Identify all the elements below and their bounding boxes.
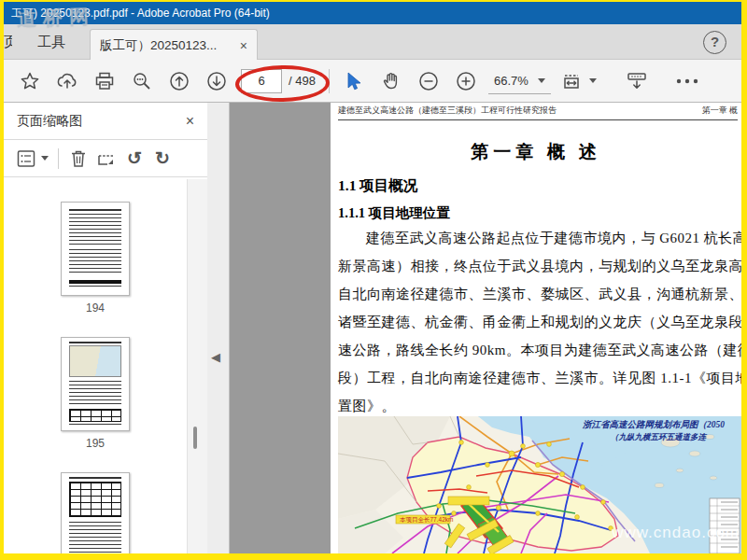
map-project-label: 本项目全长77.42km: [400, 516, 453, 523]
chevron-down-icon: [41, 156, 49, 161]
body-line: 段）工程，自北向南途径建德市、兰溪市。详见图 1.1-1《项目地理: [338, 370, 741, 387]
panel-title: 页面缩略图: [17, 113, 186, 130]
panel-collapse-strip: ◀: [207, 103, 230, 553]
running-header: 建德至武义高速公路（建德至三溪段）工程可行性研究报告 第一章 概: [338, 105, 738, 120]
minus-icon: [417, 70, 440, 92]
fit-width-dropdown[interactable]: [555, 63, 603, 100]
zoom-level-dropdown[interactable]: 66.7%: [488, 68, 551, 94]
tab-document[interactable]: 版工可）20250123... ×: [90, 29, 258, 61]
chevron-down-icon: [538, 78, 545, 83]
thumbnail-image: [61, 472, 130, 553]
thumbnail-page-number: 195: [61, 437, 130, 450]
insert-page-icon: [96, 148, 117, 169]
page-number-input[interactable]: [241, 69, 282, 93]
options-list-icon: [17, 149, 39, 168]
next-page-button[interactable]: [198, 63, 235, 100]
rotate-left-button[interactable]: ↺: [120, 145, 148, 173]
map-caption-line2: （九纵九横五环五通道多连: [611, 432, 708, 441]
thumbnail-page-195[interactable]: 195: [61, 337, 130, 450]
zoom-in-button[interactable]: [447, 63, 485, 100]
search-icon: [132, 71, 152, 91]
title-bar: 工可) 20250123.pdf.pdf - Adobe Acrobat Pro…: [4, 2, 741, 24]
window-title: 工可) 20250123.pdf.pdf - Adobe Acrobat Pro…: [4, 6, 270, 21]
toolbar-separator: [329, 69, 330, 93]
thumbnail-page-number: 194: [61, 301, 130, 315]
favorites-button[interactable]: [11, 63, 49, 100]
chapter-title: 第一章 概 述: [331, 140, 741, 164]
collapse-panel-button[interactable]: ◀: [211, 350, 220, 364]
acrobat-window: 工可) 20250123.pdf.pdf - Adobe Acrobat Pro…: [4, 2, 741, 553]
select-cursor-icon: [345, 71, 363, 91]
screenshot-yellow-border: 工可) 20250123.pdf.pdf - Adobe Acrobat Pro…: [0, 0, 747, 560]
help-button[interactable]: ?: [703, 31, 726, 54]
hand-tool-button[interactable]: [373, 63, 410, 100]
zoom-level-value: 66.7%: [494, 74, 538, 88]
map-caption-line1: 浙江省高速公路网规划布局图（2050: [582, 419, 725, 429]
rotate-right-button[interactable]: ↻: [148, 145, 176, 173]
tab-bar: 页 工具 版工可）20250123... × ?: [4, 24, 741, 60]
delete-pages-button[interactable]: [64, 145, 92, 173]
pdf-page: 建德至武义高速公路（建德至三溪段）工程可行性研究报告 第一章 概 第一章 概 述…: [331, 103, 741, 553]
content-region: 页面缩略图 ×: [4, 103, 741, 553]
thumbnail-page-194[interactable]: 194: [61, 202, 130, 315]
page-total-label: / 498: [282, 74, 323, 88]
body-line: 诸暨至建德、杭金衢、甬金衢上和规划的义龙庆（义乌至龙泉段）等: [338, 314, 741, 331]
more-dots-icon: [675, 77, 699, 85]
running-header-right: 第一章 概: [702, 105, 738, 117]
more-tools-button[interactable]: [669, 63, 706, 100]
zoom-out-button[interactable]: [410, 63, 447, 100]
panel-toolbar: ↺ ↻: [4, 140, 207, 177]
body-line: 建德至武义高速公路起点位于建德市境内，与 G6021 杭长高速（: [366, 230, 741, 247]
chevron-down-icon: [589, 78, 597, 83]
share-button[interactable]: [49, 63, 86, 100]
watermark-bottom-right: www.cndao.com: [612, 524, 740, 542]
plus-icon: [455, 70, 477, 92]
page-up-icon: [168, 70, 190, 92]
body-line: 置图》。: [338, 398, 396, 415]
thumbnail-scrollbar-track[interactable]: [187, 179, 207, 553]
thumbnail-scrollbar-thumb[interactable]: [193, 427, 197, 449]
panel-header: 页面缩略图 ×: [4, 103, 207, 140]
tab-close-icon[interactable]: ×: [233, 38, 247, 53]
main-toolbar: / 498: [4, 60, 741, 103]
print-button[interactable]: [86, 63, 123, 100]
body-line: 新景高速）相接，终点位于武义县境内，与规划的义乌至龙泉高速相接: [338, 258, 741, 275]
previous-page-button[interactable]: [161, 63, 198, 100]
tab-home-partial[interactable]: 页: [4, 34, 12, 58]
figure-project-location-map: 本项目全长77.42km: [338, 416, 741, 553]
thumbnail-image: [61, 202, 130, 296]
select-tool-button[interactable]: [335, 63, 373, 100]
share-cloud-icon: [56, 71, 78, 91]
tab-document-label: 版工可）20250123...: [100, 37, 233, 54]
panel-close-icon[interactable]: ×: [186, 113, 194, 130]
page-down-icon: [205, 70, 228, 92]
page-number-group: / 498: [241, 69, 323, 93]
body-line: 自北向南途径建德市、兰溪市、婺城区、武义县，沟通杭新景、规划: [338, 286, 741, 303]
thumbnail-page-196[interactable]: [61, 472, 130, 553]
insert-pages-button[interactable]: [92, 145, 120, 173]
body-line: 速公路，路线全长约 90km。本项目为建德至武义高速公路（建德至兰: [338, 342, 741, 359]
search-button[interactable]: [123, 63, 161, 100]
section-heading: 1.1 项目概况: [338, 176, 417, 196]
fit-width-icon: [561, 70, 585, 92]
thumbnail-image: [61, 337, 130, 431]
running-header-left: 建德至武义高速公路（建德至三溪段）工程可行性研究报告: [338, 105, 557, 117]
star-icon: [20, 71, 40, 91]
collapse-toolbar-icon: [625, 70, 649, 92]
thumbnail-list: 194 195: [4, 179, 187, 553]
page-thumbnails-panel: 页面缩略图 ×: [4, 103, 207, 553]
printer-icon: [94, 71, 115, 91]
tab-tools[interactable]: 工具: [21, 24, 82, 60]
hand-icon: [380, 70, 402, 92]
thumbnail-options-button[interactable]: [13, 145, 52, 173]
panel-separator: [58, 148, 59, 169]
subsection-heading: 1.1.1 项目地理位置: [338, 204, 450, 222]
document-view-area: 建德至武义高速公路（建德至三溪段）工程可行性研究报告 第一章 概 第一章 概 述…: [230, 103, 741, 553]
hide-toolbar-button[interactable]: [618, 63, 655, 100]
trash-icon: [69, 148, 88, 169]
